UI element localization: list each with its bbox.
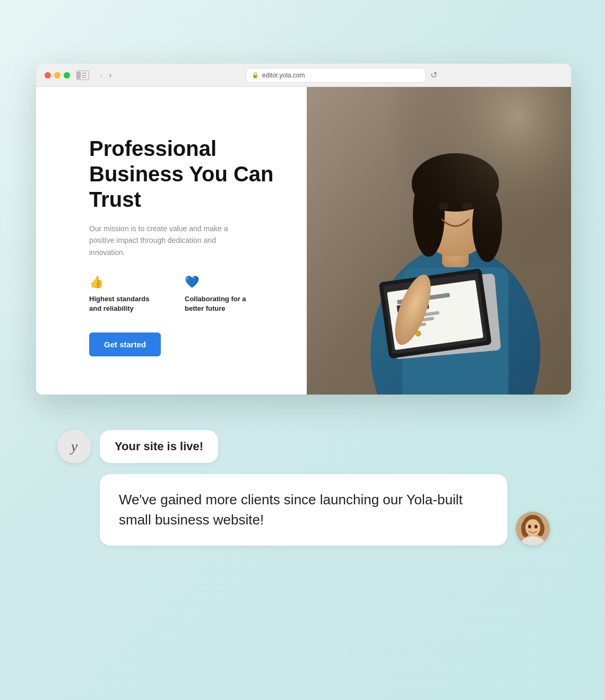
chat-section: y Your site is live! We've gained more c… xyxy=(36,430,571,546)
svg-rect-0 xyxy=(77,72,81,79)
traffic-lights xyxy=(45,72,70,78)
browser-toolbar: ‹ › 🔒 editor.yola.com ↺ xyxy=(36,64,571,87)
minimize-traffic-light[interactable] xyxy=(54,72,60,78)
feature-2-label: Collaborating for a better future xyxy=(185,294,259,313)
svg-rect-28 xyxy=(307,87,571,395)
hero-subtitle: Our mission is to create value and make … xyxy=(89,223,238,258)
chat-bubble-1-text: Your site is live! xyxy=(115,440,203,453)
url-text: editor.yola.com xyxy=(262,72,305,79)
maximize-traffic-light[interactable] xyxy=(64,72,70,78)
svg-rect-1 xyxy=(82,73,87,74)
chat-bubble-testimonial: We've gained more clients since launchin… xyxy=(100,474,507,546)
address-bar-wrap: 🔒 editor.yola.com ↺ xyxy=(120,68,563,83)
close-traffic-light[interactable] xyxy=(45,72,51,78)
yola-avatar: y xyxy=(57,430,91,463)
thumbs-up-icon: 👍 xyxy=(89,275,163,289)
left-panel: Professional Business You Can Trust Our … xyxy=(36,87,307,395)
chat-row-1: y Your site is live! xyxy=(57,430,550,463)
feature-1: 👍 Highest standards and reliability xyxy=(89,275,163,313)
nav-buttons: ‹ › xyxy=(98,69,114,81)
hero-title: Professional Business You Can Trust xyxy=(89,136,280,212)
heart-icon: 💙 xyxy=(185,275,259,289)
user-avatar xyxy=(516,512,550,546)
chat-row-2: We've gained more clients since launchin… xyxy=(57,474,550,546)
address-bar[interactable]: 🔒 editor.yola.com xyxy=(246,68,426,83)
hero-image-svg xyxy=(307,87,571,395)
chat-bubble-site-live: Your site is live! xyxy=(100,430,218,463)
forward-button[interactable]: › xyxy=(107,69,114,81)
svg-point-34 xyxy=(528,525,531,529)
features-row: 👍 Highest standards and reliability 💙 Co… xyxy=(89,275,280,313)
browser-window: ‹ › 🔒 editor.yola.com ↺ Professional Bus… xyxy=(36,64,571,395)
get-started-button[interactable]: Get started xyxy=(89,332,161,356)
lock-icon: 🔒 xyxy=(252,72,259,78)
back-button[interactable]: ‹ xyxy=(98,69,105,81)
chat-bubble-2-text: We've gained more clients since launchin… xyxy=(119,492,463,528)
svg-rect-3 xyxy=(82,77,87,78)
website-content: Professional Business You Can Trust Our … xyxy=(36,87,571,395)
svg-point-33 xyxy=(525,519,540,536)
reload-button[interactable]: ↺ xyxy=(430,70,437,80)
svg-rect-2 xyxy=(82,75,87,76)
sidebar-toggle-button[interactable] xyxy=(76,71,89,80)
feature-2: 💙 Collaborating for a better future xyxy=(185,275,259,313)
svg-point-35 xyxy=(534,525,538,529)
feature-1-label: Highest standards and reliability xyxy=(89,294,163,313)
yola-letter: y xyxy=(71,438,77,455)
hero-image xyxy=(307,87,571,395)
